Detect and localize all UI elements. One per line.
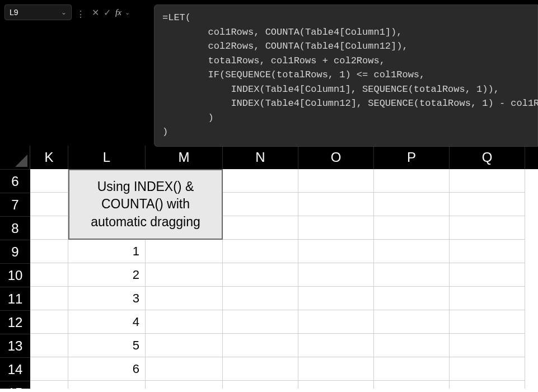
cell-P13[interactable] xyxy=(374,334,450,357)
grid-body: 6 7 8 xyxy=(0,169,538,389)
cell-O9[interactable] xyxy=(298,240,374,263)
cell-M14[interactable] xyxy=(146,357,223,381)
cell-P11[interactable] xyxy=(374,287,450,310)
merged-header-cell[interactable]: Using INDEX() & COUNTA() with automatic … xyxy=(68,169,223,240)
cell-K6[interactable] xyxy=(30,169,68,193)
cell-Q6[interactable] xyxy=(450,169,525,193)
cell-L15[interactable] xyxy=(68,381,146,389)
cell-P6[interactable] xyxy=(374,169,450,193)
row-header-8[interactable]: 8 xyxy=(0,216,30,240)
cell-K14[interactable] xyxy=(30,357,68,381)
cell-P8[interactable] xyxy=(374,216,450,240)
cell-N6[interactable] xyxy=(223,169,298,193)
cell-M15[interactable] xyxy=(146,381,223,389)
column-headers: K L M N O P Q xyxy=(0,146,538,169)
name-box[interactable]: L9 ⌄ xyxy=(4,4,72,20)
cell-K7[interactable] xyxy=(30,193,68,216)
cell-Q10[interactable] xyxy=(450,263,525,287)
row-header-6[interactable]: 6 xyxy=(0,169,30,193)
column-header-K[interactable]: K xyxy=(30,146,68,169)
cell-N14[interactable] xyxy=(223,357,298,381)
fx-icon[interactable]: fx xyxy=(115,8,121,17)
grid-row: 13 5 xyxy=(0,334,538,357)
cell-L12[interactable]: 4 xyxy=(68,310,146,334)
cell-O15[interactable] xyxy=(298,381,374,389)
cell-M12[interactable] xyxy=(146,310,223,334)
row-header-13[interactable]: 13 xyxy=(0,334,30,357)
cell-Q9[interactable] xyxy=(450,240,525,263)
cell-K8[interactable] xyxy=(30,216,68,240)
cell-P14[interactable] xyxy=(374,357,450,381)
cell-N13[interactable] xyxy=(223,334,298,357)
cell-Q11[interactable] xyxy=(450,287,525,310)
grid-row: 11 3 xyxy=(0,287,538,310)
cell-M10[interactable] xyxy=(146,263,223,287)
cell-O14[interactable] xyxy=(298,357,374,381)
cell-K11[interactable] xyxy=(30,287,68,310)
cell-O6[interactable] xyxy=(298,169,374,193)
cell-P9[interactable] xyxy=(374,240,450,263)
formula-bar-controls: ✕ ✓ fx ⌄ xyxy=(90,4,132,20)
cell-L11[interactable]: 3 xyxy=(68,287,146,310)
cell-L14[interactable]: 6 xyxy=(68,357,146,381)
column-header-O[interactable]: O xyxy=(298,146,374,169)
cell-K15[interactable] xyxy=(30,381,68,389)
cell-P7[interactable] xyxy=(374,193,450,216)
cell-N11[interactable] xyxy=(223,287,298,310)
cell-N7[interactable] xyxy=(223,193,298,216)
cell-L13[interactable]: 5 xyxy=(68,334,146,357)
cell-K13[interactable] xyxy=(30,334,68,357)
row-header-15[interactable]: 15 xyxy=(0,381,30,389)
row-header-7[interactable]: 7 xyxy=(0,193,30,216)
cell-O8[interactable] xyxy=(298,216,374,240)
cell-Q14[interactable] xyxy=(450,357,525,381)
column-header-M[interactable]: M xyxy=(146,146,223,169)
grid-row: 15 xyxy=(0,381,538,389)
cell-O7[interactable] xyxy=(298,193,374,216)
row-header-10[interactable]: 10 xyxy=(0,263,30,287)
cell-Q13[interactable] xyxy=(450,334,525,357)
cell-N8[interactable] xyxy=(223,216,298,240)
cell-N9[interactable] xyxy=(223,240,298,263)
cell-O11[interactable] xyxy=(298,287,374,310)
cell-P12[interactable] xyxy=(374,310,450,334)
row-header-11[interactable]: 11 xyxy=(0,287,30,310)
select-all-button[interactable] xyxy=(0,146,30,169)
cell-M9[interactable] xyxy=(146,240,223,263)
cell-Q7[interactable] xyxy=(450,193,525,216)
row-header-12[interactable]: 12 xyxy=(0,310,30,334)
cell-Q12[interactable] xyxy=(450,310,525,334)
cell-N10[interactable] xyxy=(223,263,298,287)
cell-P15[interactable] xyxy=(374,381,450,389)
chevron-down-icon[interactable]: ⌄ xyxy=(125,9,130,16)
grid-row: 10 2 xyxy=(0,263,538,287)
cell-K9[interactable] xyxy=(30,240,68,263)
cell-O10[interactable] xyxy=(298,263,374,287)
cell-K12[interactable] xyxy=(30,310,68,334)
formula-text: =LET( col1Rows, COUNTA(Table4[Column1]),… xyxy=(162,12,538,137)
formula-editor[interactable]: =LET( col1Rows, COUNTA(Table4[Column1]),… xyxy=(154,4,538,147)
row-header-14[interactable]: 14 xyxy=(0,357,30,381)
grid-row: 9 1 xyxy=(0,240,538,263)
cell-N15[interactable] xyxy=(223,381,298,389)
chevron-down-icon[interactable]: ⌄ xyxy=(61,8,67,16)
row-header-9[interactable]: 9 xyxy=(0,240,30,263)
cell-M11[interactable] xyxy=(146,287,223,310)
cell-Q15[interactable] xyxy=(450,381,525,389)
grid-row: 14 6 xyxy=(0,357,538,381)
cell-Q8[interactable] xyxy=(450,216,525,240)
column-header-L[interactable]: L xyxy=(68,146,146,169)
cell-N12[interactable] xyxy=(223,310,298,334)
cell-K10[interactable] xyxy=(30,263,68,287)
cell-M13[interactable] xyxy=(146,334,223,357)
column-header-N[interactable]: N xyxy=(223,146,298,169)
confirm-icon[interactable]: ✓ xyxy=(104,7,111,18)
cancel-icon[interactable]: ✕ xyxy=(92,7,99,18)
column-header-Q[interactable]: Q xyxy=(450,146,525,169)
cell-P10[interactable] xyxy=(374,263,450,287)
cell-O13[interactable] xyxy=(298,334,374,357)
cell-L9[interactable]: 1 xyxy=(68,240,146,263)
cell-O12[interactable] xyxy=(298,310,374,334)
cell-L10[interactable]: 2 xyxy=(68,263,146,287)
column-header-P[interactable]: P xyxy=(374,146,450,169)
